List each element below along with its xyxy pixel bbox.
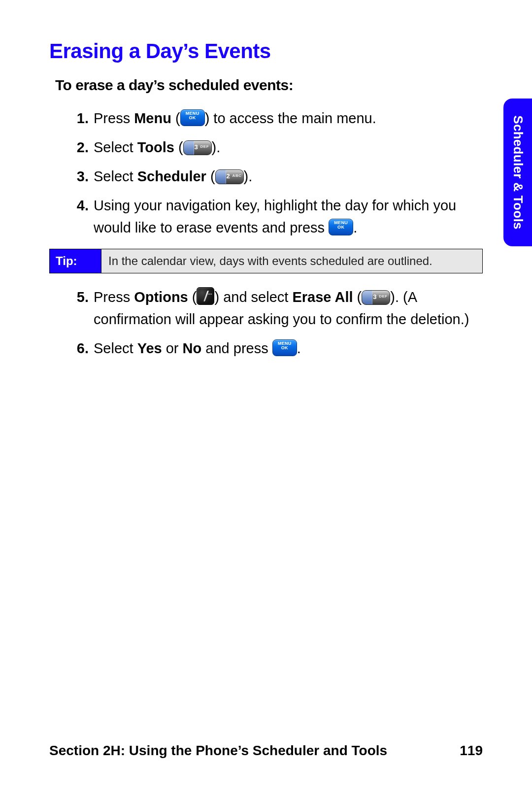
step-text: ) to access the main menu. (205, 110, 376, 126)
step-text: ( (188, 289, 197, 305)
step-text: ) and select (214, 289, 292, 305)
section-tab-label: Scheduler & Tools (510, 115, 526, 229)
step-bold: Menu (134, 110, 171, 126)
step-3: 3. Select Scheduler (2ABC). (69, 166, 483, 188)
tip-box: Tip: In the calendar view, days with eve… (49, 249, 483, 273)
key-letters: DEF (200, 145, 209, 149)
step-bold: Options (134, 289, 188, 305)
step-number: 2. (69, 136, 89, 159)
step-text: ( (174, 139, 183, 155)
key-letters: ABC (233, 174, 242, 178)
key-digit: 3 (195, 144, 198, 150)
step-text: ( (353, 289, 362, 305)
key-digit: 3 (373, 294, 376, 300)
step-text: ). (212, 139, 221, 155)
menu-ok-key-icon (272, 339, 297, 356)
footer-page-number: 119 (460, 743, 483, 759)
three-key-icon: 3DEF (183, 140, 212, 155)
step-bold: Yes (137, 340, 162, 356)
step-number: 4. (69, 195, 89, 217)
step-1: 1. Press Menu () to access the main menu… (69, 107, 483, 130)
step-text: . (297, 340, 301, 356)
section-tab: Scheduler & Tools (503, 99, 532, 246)
key-digit: 2 (227, 173, 230, 179)
step-text: Select (94, 168, 137, 184)
step-text: Select (94, 139, 137, 155)
step-bold: Tools (137, 139, 174, 155)
step-text: Press (94, 289, 134, 305)
step-6: 6. Select Yes or No and press . (69, 337, 483, 360)
right-softkey-icon (197, 287, 214, 305)
step-text: Select (94, 340, 137, 356)
step-number: 6. (69, 337, 89, 360)
step-text: and press (201, 340, 272, 356)
procedure-title: To erase a day’s scheduled events: (55, 77, 483, 94)
step-bold: Erase All (292, 289, 353, 305)
step-text: Using your navigation key, highlight the… (94, 198, 456, 235)
tip-label: Tip: (50, 249, 101, 273)
step-4: 4. Using your navigation key, highlight … (69, 195, 483, 239)
three-key-icon: 3DEF (362, 290, 390, 305)
page-footer: Section 2H: Using the Phone’s Scheduler … (49, 743, 483, 759)
footer-section: Section 2H: Using the Phone’s Scheduler … (49, 743, 387, 759)
step-number: 1. (69, 107, 89, 130)
menu-ok-key-icon (180, 109, 205, 126)
step-bold: Scheduler (137, 168, 206, 184)
step-text: ). (244, 168, 253, 184)
step-5: 5. Press Options () and select Erase All… (69, 286, 483, 331)
tip-body: In the calendar view, days with events s… (101, 249, 482, 273)
two-key-icon: 2ABC (215, 169, 244, 184)
menu-ok-key-icon (329, 219, 353, 235)
procedure-steps-continued: 5. Press Options () and select Erase All… (49, 286, 483, 360)
step-text: ( (206, 168, 215, 184)
step-bold: No (183, 340, 202, 356)
step-number: 5. (69, 286, 89, 308)
step-text: Press (94, 110, 134, 126)
procedure-steps: 1. Press Menu () to access the main menu… (49, 107, 483, 239)
step-text: or (162, 340, 183, 356)
key-letters: DEF (379, 295, 388, 299)
step-number: 3. (69, 166, 89, 188)
manual-page: Erasing a Day’s Events To erase a day’s … (0, 0, 532, 798)
step-text: . (353, 220, 357, 235)
step-2: 2. Select Tools (3DEF). (69, 136, 483, 159)
step-text: ( (171, 110, 180, 126)
page-heading: Erasing a Day’s Events (49, 39, 483, 63)
